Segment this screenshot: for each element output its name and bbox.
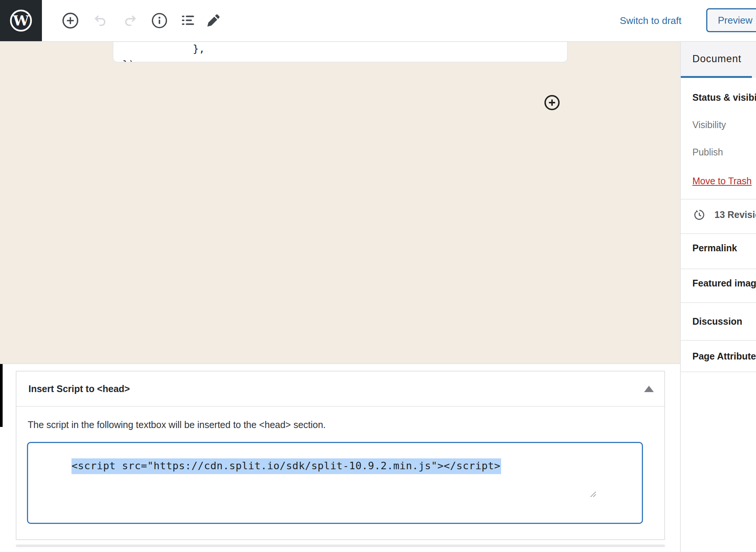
redo-button[interactable] <box>120 10 141 31</box>
edit-mode-button[interactable] <box>203 10 224 31</box>
undo-button[interactable] <box>90 10 111 31</box>
wordpress-logo-button[interactable]: W <box>0 0 42 41</box>
svg-text:W: W <box>13 12 30 29</box>
code-line-clipped: }) <box>122 58 135 63</box>
panel-title-page-attributes[interactable]: Page Attributes <box>692 351 756 362</box>
plus-circle-icon <box>61 11 80 30</box>
undo-arrow-icon <box>92 12 109 29</box>
panel-title-featured-image[interactable]: Featured image <box>692 278 756 289</box>
panel-divider <box>681 302 756 303</box>
revisions-count-label: 13 Revisions <box>714 209 756 220</box>
panel-title-permalink[interactable]: Permalink <box>692 243 737 254</box>
editor-toolbar: W <box>0 0 756 42</box>
panel-title-status-visibility[interactable]: Status & visibility <box>692 92 756 103</box>
panel-divider <box>681 269 756 269</box>
preview-button-label: Preview <box>718 15 752 26</box>
metabox-header[interactable]: Insert Script to <head> <box>16 371 664 407</box>
sidebar-tab-bar: Document <box>681 42 756 78</box>
block-inserter-button[interactable] <box>60 10 81 31</box>
visibility-label: Visibility <box>692 119 726 130</box>
block-navigation-button[interactable] <box>177 10 198 31</box>
active-tab-underline <box>681 76 752 78</box>
settings-sidebar: Document Status & visibility Visibility … <box>680 42 756 552</box>
plus-circle-icon <box>543 94 561 111</box>
pencil-icon <box>205 12 222 29</box>
wordpress-logo-icon: W <box>7 7 34 34</box>
panel-divider <box>681 340 756 341</box>
panel-divider <box>681 233 756 234</box>
head-script-textarea[interactable]: <script src="https://cdn.split.io/sdk/sp… <box>27 442 643 524</box>
next-metabox-top-edge <box>16 545 665 547</box>
revisions-button[interactable]: 13 Revisions <box>692 208 756 222</box>
textarea-resize-handle[interactable] <box>589 467 640 521</box>
code-block[interactable]: }, }) <box>113 42 568 63</box>
panel-divider <box>681 199 756 200</box>
metabox-description: The script in the following textbox will… <box>28 419 326 430</box>
metabox-collapse-button[interactable] <box>639 381 659 396</box>
history-clock-icon <box>692 208 706 222</box>
editor-canvas[interactable]: }, }) <box>0 42 680 363</box>
insert-script-metabox: Insert Script to <head> The script in th… <box>16 371 665 540</box>
panel-title-discussion[interactable]: Discussion <box>692 316 742 327</box>
content-structure-button[interactable] <box>149 10 170 31</box>
code-line: }, <box>193 43 205 54</box>
collapse-triangle-icon <box>644 386 654 392</box>
metabox-title: Insert Script to <head> <box>28 371 130 406</box>
preview-button[interactable]: Preview <box>706 8 756 32</box>
switch-to-draft-link[interactable]: Switch to draft <box>620 0 682 41</box>
publish-label: Publish <box>692 147 723 158</box>
tab-document[interactable]: Document <box>692 42 741 76</box>
wordpress-editor-page: { "header": { "switch_to_draft_label": "… <box>0 0 756 552</box>
add-block-button[interactable] <box>543 94 561 111</box>
list-view-icon <box>179 12 197 30</box>
admin-menu-edge <box>0 364 3 427</box>
move-to-trash-link[interactable]: Move to Trash <box>692 176 752 186</box>
panel-divider <box>681 371 756 372</box>
selected-script-text: <script src="https://cdn.split.io/sdk/sp… <box>71 458 501 474</box>
info-circle-icon <box>150 12 168 30</box>
redo-arrow-icon <box>122 12 139 29</box>
metabox-area: Insert Script to <head> The script in th… <box>0 363 680 552</box>
